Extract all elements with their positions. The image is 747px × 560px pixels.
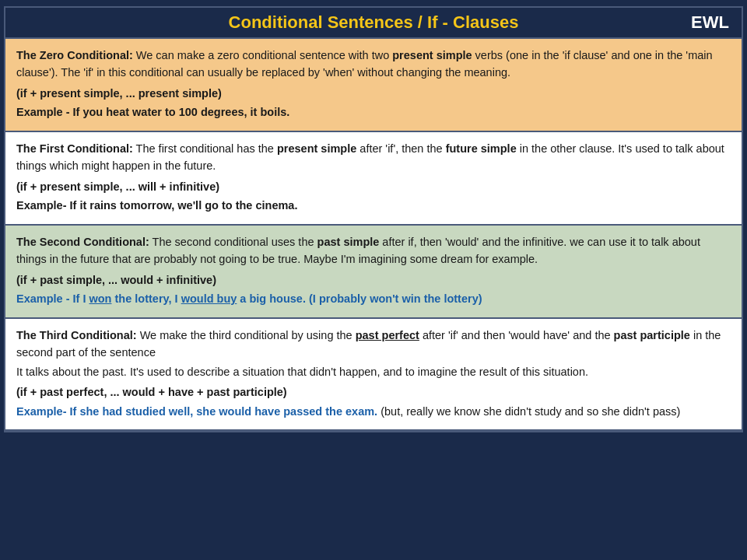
third-body1: We make the third conditional by using t…	[137, 329, 356, 341]
third-label: The Third Conditional:	[16, 329, 137, 341]
second-example-mid: the lottery, I	[111, 292, 181, 305]
third-body4: It talks about the past. It's used to de…	[16, 363, 731, 380]
zero-label: The Zero Conditional:	[16, 49, 133, 61]
first-label: The First Conditional:	[16, 142, 133, 155]
header: Conditional Sentences / If - Clauses EWL	[5, 8, 742, 39]
third-example-normal: (but, really we know she didn't study an…	[377, 405, 680, 418]
second-body1: The second conditional uses the	[149, 236, 317, 248]
zero-body1: We can make a zero conditional sentence …	[133, 49, 392, 61]
ewl-label: EWL	[691, 12, 729, 33]
second-body: The Second Conditional: The second condi…	[16, 233, 731, 268]
third-bold1: past perfect	[356, 329, 419, 341]
second-example-line: Example - If I won the lottery, I would …	[16, 290, 731, 307]
second-bold1: past simple	[317, 236, 380, 248]
first-body2: after 'if', then the	[356, 142, 445, 155]
page-wrapper: Conditional Sentences / If - Clauses EWL…	[4, 6, 743, 432]
zero-example: Example - If you heat water to 100 degre…	[16, 103, 731, 121]
second-example-prefix: Example - If I	[16, 292, 89, 305]
zero-body: The Zero Conditional: We can make a zero…	[16, 47, 731, 82]
third-example-blue: Example- If she had studied well, she wo…	[16, 405, 377, 418]
third-body2: after 'if' and then 'would have' and the	[419, 329, 614, 341]
second-formula: (if + past simple, ... would + infinitiv…	[16, 271, 731, 289]
first-formula: (if + present simple, ... will + infinit…	[16, 178, 731, 195]
third-conditional-section: The Third Conditional: We make the third…	[5, 319, 742, 431]
third-body: The Third Conditional: We make the third…	[16, 327, 731, 362]
second-example-would-buy: would buy	[181, 292, 237, 305]
first-bold2: future simple	[446, 142, 517, 155]
second-label: The Second Conditional:	[16, 236, 149, 248]
third-example-line: Example- If she had studied well, she wo…	[16, 403, 731, 420]
second-example-suffix: a big house. (I probably won't win the l…	[237, 292, 482, 305]
zero-formula: (if + present simple, ... present simple…	[16, 85, 731, 102]
zero-conditional-section: The Zero Conditional: We can make a zero…	[5, 39, 742, 132]
third-bold2: past participle	[614, 329, 690, 341]
second-conditional-section: The Second Conditional: The second condi…	[5, 226, 742, 319]
second-example-won: won	[89, 292, 111, 305]
first-body: The First Conditional: The first conditi…	[16, 140, 731, 175]
first-example: Example- If it rains tomorrow, we'll go …	[16, 197, 731, 214]
third-formula: (if + past perfect, ... would + have + p…	[16, 383, 731, 401]
first-bold1: present simple	[277, 142, 356, 155]
first-body1: The first conditional has the	[133, 142, 277, 155]
first-conditional-section: The First Conditional: The first conditi…	[5, 132, 742, 226]
zero-bold1: present simple	[392, 49, 472, 61]
page-title: Conditional Sentences / If - Clauses	[15, 12, 732, 33]
